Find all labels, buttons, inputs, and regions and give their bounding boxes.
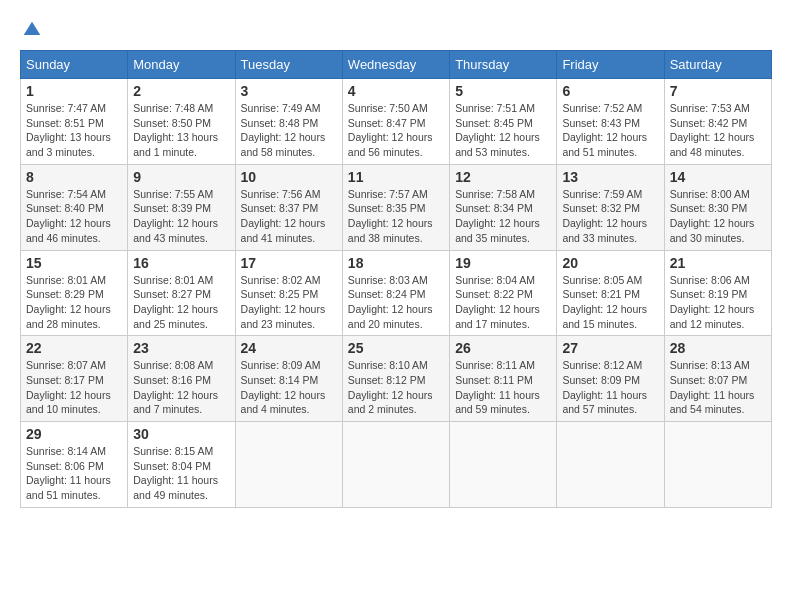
calendar-cell-empty [235,422,342,508]
calendar-cell-day-18: 18 Sunrise: 8:03 AM Sunset: 8:24 PM Dayl… [342,250,449,336]
calendar-cell-empty [664,422,771,508]
day-info: Sunrise: 8:00 AM Sunset: 8:30 PM Dayligh… [670,187,766,246]
day-info: Sunrise: 8:03 AM Sunset: 8:24 PM Dayligh… [348,273,444,332]
day-info: Sunrise: 8:02 AM Sunset: 8:25 PM Dayligh… [241,273,337,332]
day-info: Sunrise: 8:10 AM Sunset: 8:12 PM Dayligh… [348,358,444,417]
day-info: Sunrise: 7:58 AM Sunset: 8:34 PM Dayligh… [455,187,551,246]
day-number: 17 [241,255,337,271]
calendar-cell-day-11: 11 Sunrise: 7:57 AM Sunset: 8:35 PM Dayl… [342,164,449,250]
day-number: 1 [26,83,122,99]
day-info: Sunrise: 7:59 AM Sunset: 8:32 PM Dayligh… [562,187,658,246]
calendar-table: SundayMondayTuesdayWednesdayThursdayFrid… [20,50,772,508]
day-info: Sunrise: 8:11 AM Sunset: 8:11 PM Dayligh… [455,358,551,417]
calendar-cell-day-17: 17 Sunrise: 8:02 AM Sunset: 8:25 PM Dayl… [235,250,342,336]
calendar-cell-day-14: 14 Sunrise: 8:00 AM Sunset: 8:30 PM Dayl… [664,164,771,250]
calendar-cell-day-27: 27 Sunrise: 8:12 AM Sunset: 8:09 PM Dayl… [557,336,664,422]
day-number: 20 [562,255,658,271]
calendar-cell-day-16: 16 Sunrise: 8:01 AM Sunset: 8:27 PM Dayl… [128,250,235,336]
day-info: Sunrise: 8:01 AM Sunset: 8:29 PM Dayligh… [26,273,122,332]
header-monday: Monday [128,51,235,79]
calendar-cell-day-6: 6 Sunrise: 7:52 AM Sunset: 8:43 PM Dayli… [557,79,664,165]
calendar-cell-day-2: 2 Sunrise: 7:48 AM Sunset: 8:50 PM Dayli… [128,79,235,165]
day-info: Sunrise: 7:50 AM Sunset: 8:47 PM Dayligh… [348,101,444,160]
day-number: 23 [133,340,229,356]
day-info: Sunrise: 7:55 AM Sunset: 8:39 PM Dayligh… [133,187,229,246]
day-info: Sunrise: 7:54 AM Sunset: 8:40 PM Dayligh… [26,187,122,246]
calendar-week-row: 22 Sunrise: 8:07 AM Sunset: 8:17 PM Dayl… [21,336,772,422]
day-number: 14 [670,169,766,185]
calendar-cell-day-29: 29 Sunrise: 8:14 AM Sunset: 8:06 PM Dayl… [21,422,128,508]
day-number: 24 [241,340,337,356]
calendar-cell-empty [342,422,449,508]
day-number: 22 [26,340,122,356]
calendar-header-row: SundayMondayTuesdayWednesdayThursdayFrid… [21,51,772,79]
calendar-cell-day-12: 12 Sunrise: 7:58 AM Sunset: 8:34 PM Dayl… [450,164,557,250]
day-info: Sunrise: 8:06 AM Sunset: 8:19 PM Dayligh… [670,273,766,332]
calendar-cell-empty [450,422,557,508]
calendar-cell-day-4: 4 Sunrise: 7:50 AM Sunset: 8:47 PM Dayli… [342,79,449,165]
calendar-cell-day-26: 26 Sunrise: 8:11 AM Sunset: 8:11 PM Dayl… [450,336,557,422]
day-number: 25 [348,340,444,356]
day-number: 21 [670,255,766,271]
day-info: Sunrise: 8:07 AM Sunset: 8:17 PM Dayligh… [26,358,122,417]
day-info: Sunrise: 8:15 AM Sunset: 8:04 PM Dayligh… [133,444,229,503]
day-info: Sunrise: 8:12 AM Sunset: 8:09 PM Dayligh… [562,358,658,417]
calendar-cell-day-25: 25 Sunrise: 8:10 AM Sunset: 8:12 PM Dayl… [342,336,449,422]
header-friday: Friday [557,51,664,79]
calendar-cell-day-28: 28 Sunrise: 8:13 AM Sunset: 8:07 PM Dayl… [664,336,771,422]
calendar-week-row: 29 Sunrise: 8:14 AM Sunset: 8:06 PM Dayl… [21,422,772,508]
day-number: 7 [670,83,766,99]
day-info: Sunrise: 7:56 AM Sunset: 8:37 PM Dayligh… [241,187,337,246]
calendar-cell-day-5: 5 Sunrise: 7:51 AM Sunset: 8:45 PM Dayli… [450,79,557,165]
header-thursday: Thursday [450,51,557,79]
day-info: Sunrise: 7:52 AM Sunset: 8:43 PM Dayligh… [562,101,658,160]
logo [20,20,42,40]
day-info: Sunrise: 7:53 AM Sunset: 8:42 PM Dayligh… [670,101,766,160]
day-number: 30 [133,426,229,442]
calendar-cell-day-8: 8 Sunrise: 7:54 AM Sunset: 8:40 PM Dayli… [21,164,128,250]
header-saturday: Saturday [664,51,771,79]
day-number: 15 [26,255,122,271]
day-info: Sunrise: 7:57 AM Sunset: 8:35 PM Dayligh… [348,187,444,246]
calendar-cell-day-1: 1 Sunrise: 7:47 AM Sunset: 8:51 PM Dayli… [21,79,128,165]
day-number: 18 [348,255,444,271]
day-info: Sunrise: 7:51 AM Sunset: 8:45 PM Dayligh… [455,101,551,160]
calendar-cell-day-20: 20 Sunrise: 8:05 AM Sunset: 8:21 PM Dayl… [557,250,664,336]
logo-icon [22,20,42,40]
day-number: 13 [562,169,658,185]
calendar-cell-day-15: 15 Sunrise: 8:01 AM Sunset: 8:29 PM Dayl… [21,250,128,336]
calendar-cell-empty [557,422,664,508]
calendar-cell-day-10: 10 Sunrise: 7:56 AM Sunset: 8:37 PM Dayl… [235,164,342,250]
day-number: 11 [348,169,444,185]
header-wednesday: Wednesday [342,51,449,79]
day-info: Sunrise: 8:14 AM Sunset: 8:06 PM Dayligh… [26,444,122,503]
calendar-cell-day-23: 23 Sunrise: 8:08 AM Sunset: 8:16 PM Dayl… [128,336,235,422]
day-number: 19 [455,255,551,271]
calendar-cell-day-13: 13 Sunrise: 7:59 AM Sunset: 8:32 PM Dayl… [557,164,664,250]
day-number: 26 [455,340,551,356]
day-info: Sunrise: 8:08 AM Sunset: 8:16 PM Dayligh… [133,358,229,417]
day-number: 12 [455,169,551,185]
calendar-week-row: 8 Sunrise: 7:54 AM Sunset: 8:40 PM Dayli… [21,164,772,250]
calendar-cell-day-7: 7 Sunrise: 7:53 AM Sunset: 8:42 PM Dayli… [664,79,771,165]
day-number: 3 [241,83,337,99]
day-number: 4 [348,83,444,99]
day-info: Sunrise: 8:13 AM Sunset: 8:07 PM Dayligh… [670,358,766,417]
calendar-cell-day-24: 24 Sunrise: 8:09 AM Sunset: 8:14 PM Dayl… [235,336,342,422]
svg-marker-0 [24,22,41,35]
day-info: Sunrise: 8:04 AM Sunset: 8:22 PM Dayligh… [455,273,551,332]
calendar-week-row: 1 Sunrise: 7:47 AM Sunset: 8:51 PM Dayli… [21,79,772,165]
day-number: 2 [133,83,229,99]
day-number: 6 [562,83,658,99]
day-number: 10 [241,169,337,185]
day-info: Sunrise: 7:48 AM Sunset: 8:50 PM Dayligh… [133,101,229,160]
header-tuesday: Tuesday [235,51,342,79]
calendar-cell-day-21: 21 Sunrise: 8:06 AM Sunset: 8:19 PM Dayl… [664,250,771,336]
day-number: 29 [26,426,122,442]
calendar-cell-day-30: 30 Sunrise: 8:15 AM Sunset: 8:04 PM Dayl… [128,422,235,508]
calendar-cell-day-19: 19 Sunrise: 8:04 AM Sunset: 8:22 PM Dayl… [450,250,557,336]
calendar-cell-day-9: 9 Sunrise: 7:55 AM Sunset: 8:39 PM Dayli… [128,164,235,250]
day-info: Sunrise: 8:01 AM Sunset: 8:27 PM Dayligh… [133,273,229,332]
calendar-cell-day-3: 3 Sunrise: 7:49 AM Sunset: 8:48 PM Dayli… [235,79,342,165]
day-number: 8 [26,169,122,185]
